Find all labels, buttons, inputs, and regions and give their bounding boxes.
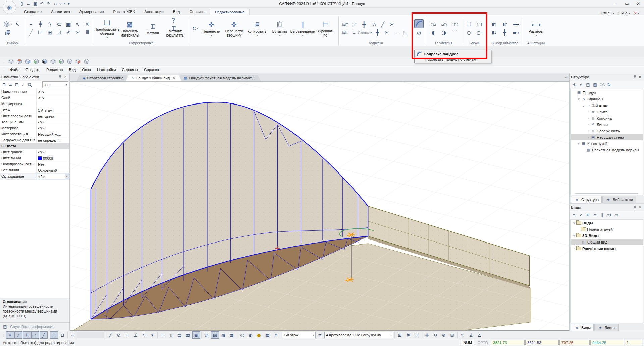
- draw-polyline-icon[interactable]: ∿: [140, 331, 148, 339]
- property-value[interactable]: нет цвета: [37, 113, 69, 119]
- new-file-icon[interactable]: ▯: [19, 1, 25, 6]
- bulb-off-icon[interactable]: ○: [238, 331, 246, 339]
- menu-item-Создать[interactable]: Создать: [22, 67, 43, 72]
- visibility-icon[interactable]: ▫: [571, 212, 577, 218]
- view-cube-10[interactable]: [83, 58, 90, 65]
- ribbon-tab-Аннотации[interactable]: Аннотации: [140, 9, 168, 15]
- material-cube-icon[interactable]: ▦: [263, 331, 271, 339]
- property-value[interactable]: <?>▾: [37, 174, 69, 179]
- floor-attach-icon[interactable]: ГА: [369, 20, 378, 28]
- tree-item-9[interactable]: ▦Расчетная модель вариан: [571, 147, 643, 153]
- property-value[interactable]: [37, 101, 69, 107]
- display-edges-icon[interactable]: ▣: [192, 331, 200, 339]
- coordinate-input[interactable]: [77, 332, 104, 338]
- rect-ellipse-icon[interactable]: ▢○: [450, 20, 459, 28]
- view-cube-9[interactable]: [74, 58, 82, 65]
- list-icon[interactable]: ≡: [592, 212, 598, 218]
- panel-tab-Листы[interactable]: ◈Листы: [594, 324, 619, 331]
- block-create-icon[interactable]: ❏: [465, 20, 473, 28]
- document-tab-Пандус:Расчетная модель вариант 1[interactable]: ▦Пандус:Расчетная модель вариант 1: [178, 75, 261, 81]
- wall-cut-icon[interactable]: ✂: [388, 20, 396, 28]
- apply-check-icon[interactable]: ✓: [20, 82, 26, 87]
- tree-item-3[interactable]: ›▱Плита: [571, 109, 643, 115]
- view-cube-7[interactable]: [58, 58, 65, 65]
- ramp-side-icon[interactable]: ◺: [401, 28, 410, 37]
- property-row-2[interactable]: Маркировка: [0, 101, 69, 107]
- display-wire-icon[interactable]: ▭: [159, 331, 167, 339]
- select-up-icon[interactable]: ▮↑: [490, 20, 498, 28]
- maximize-button[interactable]: ▭: [621, 0, 633, 7]
- pin-icon[interactable]: [632, 205, 637, 210]
- alignment-button[interactable]: ∥Выравнивание▾: [291, 20, 314, 38]
- tree-item-1[interactable]: Планы этажей: [571, 226, 643, 232]
- tree-item-7[interactable]: ›▣Несущая стена: [571, 134, 643, 140]
- menu-item-Редактор[interactable]: Редактор: [43, 67, 66, 72]
- property-value[interactable]: Нет: [37, 161, 69, 167]
- mesh-icon[interactable]: ⊞: [396, 331, 404, 339]
- tree-item-0[interactable]: ∨Виды: [571, 220, 643, 226]
- smooth-lines-icon[interactable]: ∿: [73, 20, 82, 28]
- cursor-select-icon[interactable]: ↖: [13, 20, 22, 28]
- arc-dashed-icon[interactable]: ⌒: [450, 29, 459, 37]
- storey-select[interactable]: 1-й этаж▾: [282, 332, 316, 338]
- scissors-icon[interactable]: ✂: [73, 29, 82, 37]
- properties-filter-select[interactable]: все▾: [42, 81, 68, 88]
- toolbar-grip[interactable]: ⋮: [1, 333, 6, 337]
- tree-item-5[interactable]: ›✐Линия: [571, 121, 643, 128]
- cube-y-icon[interactable]: ▨: [211, 331, 219, 339]
- property-value[interactable]: <?>: [37, 95, 69, 101]
- flag-icon[interactable]: ⚑: [404, 331, 412, 339]
- view-cube-1[interactable]: [7, 58, 15, 65]
- menu-item-Окна[interactable]: Окна: [79, 67, 94, 72]
- cube-select-icon[interactable]: ▾: [3, 20, 12, 28]
- measure-icon[interactable]: ∡: [467, 331, 475, 339]
- display-textured-icon[interactable]: ▦: [184, 331, 192, 339]
- tab-list-button[interactable]: ▾: [562, 76, 569, 79]
- expander-icon[interactable]: ›: [586, 116, 590, 120]
- add-model-icon[interactable]: ▦: [592, 82, 598, 87]
- property-value[interactable]: <?>: [37, 119, 69, 125]
- tree-item-3[interactable]: ◫Общий вид: [571, 239, 643, 245]
- block-add-icon[interactable]: ▢+: [475, 20, 484, 28]
- folder-gear-icon[interactable]: ▱·: [613, 212, 619, 218]
- ribbon-tab-Сервисы[interactable]: Сервисы: [184, 9, 210, 15]
- binoculars-icon[interactable]: ⊙⊙: [599, 82, 605, 87]
- view-cube-6[interactable]: [49, 58, 57, 65]
- corner-join-icon[interactable]: ◸: [350, 20, 359, 28]
- panel-tab-Виды[interactable]: ◈Виды: [571, 324, 594, 331]
- select-height-icon[interactable]: ▮↕: [500, 20, 509, 28]
- menu-item-Вид[interactable]: Вид: [66, 67, 79, 72]
- display-hidden-icon[interactable]: ▯: [167, 331, 175, 339]
- ruler-icon[interactable]: ⟷: [59, 1, 65, 6]
- service-info-bar[interactable]: ▤ Служебная информация: [0, 322, 69, 331]
- open-file-icon[interactable]: ▱: [25, 1, 32, 6]
- block-subtract-icon[interactable]: ▢−: [475, 29, 484, 37]
- undo-icon[interactable]: ↶: [39, 1, 45, 6]
- menu-item-Сервисы[interactable]: Сервисы: [119, 67, 141, 72]
- axis-cross-icon[interactable]: ╂: [373, 28, 382, 37]
- arc-edit-icon[interactable]: ⌢: [26, 20, 35, 28]
- panel-tab-Библиотеки[interactable]: ◈Библиотеки: [602, 196, 636, 203]
- tree-item-0[interactable]: ▦Пандус: [571, 89, 643, 96]
- slope-trim-icon[interactable]: ╱: [378, 20, 387, 28]
- property-row-7[interactable]: ИнтерпретацияНесущий ко...: [0, 131, 69, 137]
- array-icon[interactable]: ⊞: [45, 29, 54, 37]
- property-row-12[interactable]: ПолупрозрачностьНет: [0, 161, 69, 167]
- align-edges-icon[interactable]: ⊨: [36, 29, 45, 37]
- property-value[interactable]: <?>: [37, 89, 69, 95]
- property-row-13[interactable]: Вес линииОсновная6: [0, 167, 69, 174]
- save-icon[interactable]: ▣: [32, 1, 38, 6]
- view-cube-2[interactable]: [16, 58, 23, 65]
- ellipse-union-icon[interactable]: ○▫: [429, 20, 437, 28]
- cube-x-icon[interactable]: ▧: [203, 331, 211, 339]
- ellipse-intersect-icon[interactable]: ▫○: [439, 20, 448, 28]
- menu-item-Файл[interactable]: Файл: [7, 67, 22, 72]
- mirror-icon[interactable]: ⊿: [55, 29, 63, 37]
- section-icon[interactable]: ▤: [585, 82, 591, 87]
- copy-icon[interactable]: [253, 21, 261, 29]
- menubar-grip[interactable]: ⋮: [1, 68, 6, 72]
- dropdown-arrow-icon[interactable]: ▾: [65, 174, 69, 179]
- angle-icon[interactable]: ∠: [475, 331, 483, 339]
- magnet-object-icon[interactable]: ⊔: [58, 331, 66, 339]
- levels-icon[interactable]: ∥: [599, 212, 605, 218]
